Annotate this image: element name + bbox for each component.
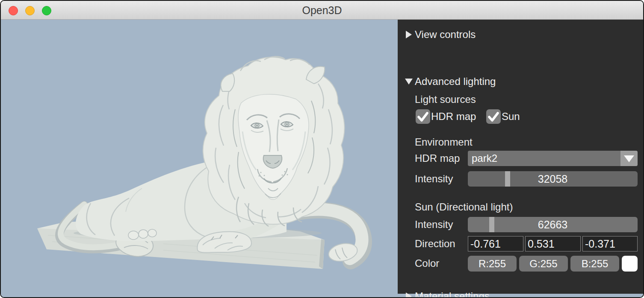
hdr-map-dropdown[interactable]: park2 — [468, 151, 638, 166]
direction-y-field[interactable]: 0.531 — [525, 236, 581, 251]
checkmark-icon — [416, 109, 430, 124]
section-advanced-lighting[interactable]: Advanced lighting — [398, 75, 644, 88]
collapsed-arrow-icon — [406, 31, 412, 38]
hdr-map-dropdown-value: park2 — [472, 151, 497, 166]
settings-panel: View controls Advanced lighting Light so… — [398, 20, 644, 294]
open3d-window: Open3D — [0, 0, 644, 298]
environment-intensity-label: Intensity — [415, 171, 453, 187]
lion-statue — [1, 20, 399, 298]
environment-intensity-slider[interactable]: 32058 — [468, 171, 638, 187]
hdr-map-checkbox-label: HDR map — [431, 109, 476, 124]
sun-direction-row: Direction -0.761 0.531 -0.371 — [398, 236, 644, 251]
sun-intensity-label: Intensity — [415, 217, 453, 232]
hdr-map-checkbox[interactable] — [416, 109, 430, 124]
title-bar[interactable]: Open3D — [1, 1, 643, 20]
section-label: Advanced lighting — [415, 75, 496, 88]
blue-channel-button[interactable]: B:255 — [570, 256, 619, 272]
environment-intensity-value: 32058 — [468, 171, 638, 187]
light-sources-checkbox-row: HDR map Sun — [398, 109, 644, 124]
section-material-settings[interactable]: Material settings — [398, 290, 644, 298]
sun-intensity-slider[interactable]: 62663 — [468, 217, 638, 232]
direction-z-field[interactable]: -0.371 — [582, 236, 638, 251]
hdr-map-row: HDR map park2 — [398, 151, 644, 166]
light-sources-label: Light sources — [415, 93, 476, 106]
sun-intensity-row: Intensity 62663 — [398, 217, 644, 232]
window-title: Open3D — [1, 1, 643, 20]
section-label: View controls — [415, 28, 476, 41]
hdr-map-label: HDR map — [415, 151, 460, 166]
sun-direction-label: Direction — [415, 236, 455, 251]
sun-group-label: Sun (Directional light) — [415, 201, 513, 213]
section-label: Material settings — [415, 290, 490, 298]
light-sources-group: Light sources — [398, 93, 644, 106]
green-channel-button[interactable]: G:255 — [519, 256, 568, 272]
sun-group: Sun (Directional light) — [398, 201, 644, 213]
hdr-map-dropdown-button[interactable] — [620, 151, 638, 166]
environment-intensity-row: Intensity 32058 — [398, 171, 644, 187]
section-view-controls[interactable]: View controls — [398, 28, 644, 41]
red-channel-button[interactable]: R:255 — [468, 256, 517, 272]
direction-x-field[interactable]: -0.761 — [468, 236, 523, 251]
collapsed-arrow-icon — [406, 292, 412, 298]
environment-group: Environment — [398, 136, 644, 149]
environment-label: Environment — [415, 136, 473, 149]
sun-color-row: Color R:255 G:255 B:255 — [398, 256, 644, 272]
sun-checkbox[interactable] — [486, 109, 501, 124]
expanded-arrow-icon — [405, 79, 413, 85]
sun-color-label: Color — [415, 256, 439, 271]
sun-intensity-value: 62663 — [468, 217, 638, 232]
sun-checkbox-label: Sun — [502, 109, 520, 124]
checkmark-icon — [486, 109, 501, 124]
chevron-down-icon — [624, 155, 634, 162]
sun-color-swatch[interactable] — [622, 256, 638, 272]
